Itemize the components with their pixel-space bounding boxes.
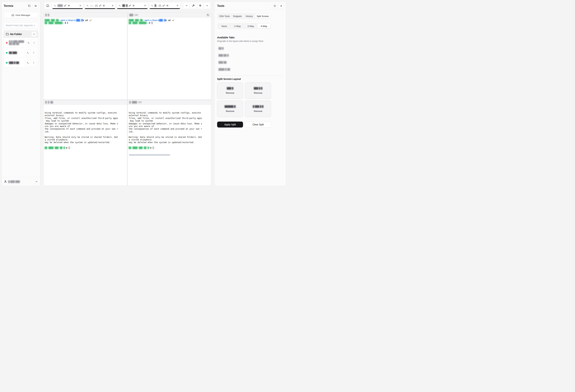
apply-split-button[interactable]: Apply Split <box>217 122 243 127</box>
terminal-selection-highlight <box>129 154 170 156</box>
terminal-icon <box>87 4 89 7</box>
remove-tab-button[interactable]: Remove <box>226 92 234 94</box>
tab-title: █. <box>155 4 157 7</box>
layout-cell-3[interactable]: ██████ █ Remove <box>217 101 243 117</box>
host-connect-button[interactable] <box>25 60 31 66</box>
chevron-up-icon <box>206 4 208 7</box>
terminal-tab[interactable]: █. (2) <box>149 2 181 9</box>
key-icon <box>64 4 66 7</box>
tab-close-button[interactable] <box>144 4 146 7</box>
layout-cell-2[interactable]: ███ █ █ Remove <box>245 82 271 99</box>
server-icon <box>12 14 14 17</box>
cell-tab-name: █ ███ █ █ <box>253 105 263 108</box>
folder-collapse-button[interactable] <box>31 31 37 37</box>
tab-split-screen[interactable]: Split Screen <box>255 14 270 19</box>
tools-button[interactable] <box>191 3 196 8</box>
split-way-selector: None 2-Way 3-Way 4-Way <box>217 23 271 29</box>
tools-refresh-button[interactable] <box>272 3 278 9</box>
terminal-tab[interactable]: ████ <box>52 2 83 9</box>
tab-split-button[interactable] <box>166 4 168 7</box>
terminal-icon <box>151 4 154 7</box>
split-3way-option[interactable]: 3-Way <box>244 24 257 28</box>
tab-ssh-tools[interactable]: SSH Tools <box>218 14 231 19</box>
active-tab-indicator <box>85 8 115 9</box>
terminal-pane-top-left[interactable]: █ █ ████ ███ ██:/mnt/c/Users/███ █$ cd ~… <box>44 13 127 99</box>
tab-split-button[interactable] <box>132 4 135 7</box>
tab-key-button[interactable] <box>64 4 66 7</box>
host-row[interactable]: ██ ███ <box>4 48 38 58</box>
more-vertical-icon <box>33 61 35 64</box>
split-layout-title: Split Screen Layout <box>217 78 283 80</box>
split-icon <box>68 4 70 7</box>
host-more-button[interactable] <box>31 49 36 56</box>
tools-panel: Tools SSH Tools Snippets History Split S… <box>214 1 286 186</box>
host-status-dot-offline <box>6 42 7 44</box>
tab-snippets[interactable]: Snippets <box>231 14 243 19</box>
tab-key-button[interactable] <box>129 4 131 7</box>
layout-cell-1[interactable]: ███ █ Remove <box>217 82 243 99</box>
host-row[interactable]: ███ █ ██ <box>4 58 38 68</box>
tools-close-button[interactable] <box>279 3 284 9</box>
host-sidebar: Termix Host Manager No Folder <box>1 1 40 186</box>
remove-tab-button[interactable]: Remove <box>254 92 262 94</box>
clear-split-button[interactable]: Clear Split <box>245 122 271 127</box>
terminal-line: ██ ████ ██████:~$ <box>45 22 126 24</box>
tab-close-button[interactable] <box>176 4 179 7</box>
folder-header[interactable]: No Folder <box>4 31 38 38</box>
draggable-tab-item[interactable]: ███ ██ █ <box>217 52 283 59</box>
chevron-up-icon <box>35 180 38 183</box>
layout-cell-4[interactable]: █ ███ █ █ Remove <box>245 101 271 117</box>
terminal-icon <box>27 51 29 54</box>
terminal-tab[interactable]: ██ █ <box>117 2 148 9</box>
terminal-line: ██ ████ ███ ██ █~$ <box>129 147 210 149</box>
quick-actions-button[interactable] <box>197 3 203 8</box>
collapse-tabbar-button[interactable] <box>204 3 210 8</box>
host-connect-button[interactable] <box>25 49 31 56</box>
terminal-pane-bottom-right[interactable]: █ ████ (2) Using terminal commands to mo… <box>128 100 211 186</box>
close-icon <box>144 4 146 7</box>
home-icon <box>46 4 49 7</box>
user-footer[interactable]: █ ███ ███ <box>1 177 40 186</box>
pane-refresh-button[interactable] <box>207 14 209 16</box>
tab-key-button[interactable] <box>163 4 165 7</box>
terminal-pane-bottom-left[interactable]: █ █ ██ Using terminal commands to modify… <box>44 100 127 186</box>
host-connect-button[interactable] <box>26 40 31 46</box>
terminal-tabbar: ████ ıv… (2) ██ █ █. (2) <box>44 1 211 10</box>
host-manager-button[interactable]: Host Manager <box>4 12 38 18</box>
remove-tab-button[interactable]: Remove <box>254 110 262 112</box>
tab-list-dropdown-button[interactable] <box>184 3 190 8</box>
close-icon <box>280 5 282 7</box>
tab-history[interactable]: History <box>243 14 255 19</box>
home-tab-button[interactable] <box>44 2 51 9</box>
tab-close-button[interactable] <box>79 4 81 7</box>
terminal-icon <box>27 42 30 44</box>
sidebar-menu-button[interactable] <box>33 3 38 9</box>
search-input[interactable] <box>4 23 38 28</box>
tab-key-button[interactable] <box>99 4 101 7</box>
footer-expand-button[interactable] <box>35 180 38 183</box>
host-more-button[interactable] <box>31 40 36 46</box>
tab-split-button[interactable] <box>103 4 105 7</box>
draggable-tab-item[interactable]: ██ █ <box>217 45 283 52</box>
tab-split-button[interactable] <box>68 4 70 7</box>
host-more-button[interactable] <box>31 60 36 66</box>
draggable-tab-item[interactable]: ███ ██ <box>217 59 283 66</box>
split-none-option[interactable]: None <box>218 24 231 28</box>
pane-title: ███ <box>129 14 133 16</box>
terminal-line: ██ ████ ███ ██ █~$ <box>45 147 126 149</box>
draggable-tab-item[interactable]: ████ █ ██ <box>217 66 283 73</box>
pane-header: █ █ <box>44 13 127 18</box>
split-2way-option[interactable]: 2-Way <box>231 24 244 28</box>
divider <box>217 75 283 75</box>
terminal-tab[interactable]: ıv… (2) <box>84 2 116 9</box>
tab-close-button[interactable] <box>112 4 114 7</box>
split-4way-option[interactable]: 4-Way <box>257 24 271 28</box>
chevron-down-icon <box>185 4 188 7</box>
sidebar-refresh-button[interactable] <box>27 3 32 9</box>
terminal-pane-top-right[interactable]: ███ (2) ████ ███ ██:/mnt/c/Users███ █$ c… <box>128 13 211 99</box>
host-row[interactable]: █ █ ███ ████ ██ ██ ██ <box>4 38 38 48</box>
host-status-dot-online <box>6 52 7 54</box>
hammer-icon <box>192 4 195 7</box>
terminal-line: ████ ███ ██:/mnt/c/Users/███ █$ cd ~/ <box>45 19 126 22</box>
remove-tab-button[interactable]: Remove <box>226 110 234 112</box>
